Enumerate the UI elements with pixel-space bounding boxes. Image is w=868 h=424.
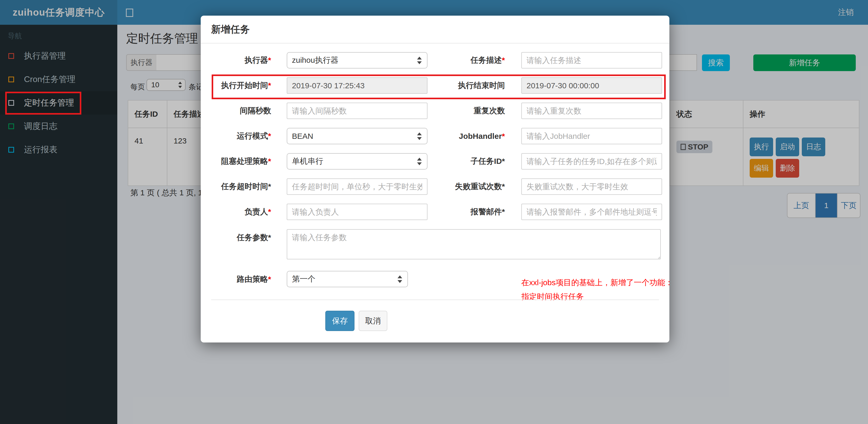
select-arrows-icon	[417, 158, 422, 165]
save-button[interactable]: 保存	[325, 311, 354, 331]
field-label-child-task-id: 子任务ID*	[428, 156, 505, 167]
route-strategy-select-value: 第一个	[292, 274, 315, 284]
feature-note-line2: 指定时间执行任务	[521, 290, 673, 304]
cancel-button[interactable]: 取消	[359, 311, 388, 331]
run-mode-select-value: BEAN	[292, 132, 313, 141]
alarm-email-input[interactable]	[521, 204, 662, 220]
field-label-task-params: 任务参数*	[211, 229, 271, 246]
modal-header-divider	[201, 43, 670, 43]
field-label-executor: 执行器*	[211, 55, 271, 66]
field-label-task-desc: 任务描述*	[428, 55, 505, 66]
field-label-task-timeout: 任务超时时间*	[211, 181, 271, 192]
field-label-repeat-count: 重复次数	[428, 105, 505, 116]
select-arrows-icon	[417, 57, 422, 64]
task-params-textarea[interactable]	[287, 229, 661, 259]
app-root: zuihou任务调度中心 注销 导航 执行器管理 Cron任务管理 定时任务管理…	[0, 0, 868, 424]
modal-title: 新增任务	[211, 15, 250, 43]
owner-input[interactable]	[287, 204, 428, 220]
run-mode-select[interactable]: BEAN	[287, 128, 428, 144]
fail-retry-count-input[interactable]	[521, 178, 662, 195]
add-task-modal: 新增任务 执行器* zuihou执行器 任务描述* 执行开始时间* 执行结	[201, 15, 670, 343]
modal-footer-divider	[211, 299, 659, 300]
child-task-id-input[interactable]	[521, 153, 662, 169]
field-label-fail-retry-count: 失败重试次数*	[428, 181, 505, 192]
field-label-jobhandler: JobHandler*	[428, 132, 505, 141]
select-arrows-icon	[398, 275, 402, 283]
field-label-owner: 负责人*	[211, 206, 271, 217]
field-label-route-strategy: 路由策略*	[211, 271, 271, 287]
route-strategy-select[interactable]: 第一个	[287, 271, 408, 287]
jobhandler-input[interactable]	[521, 128, 662, 144]
field-label-run-mode: 运行模式*	[211, 131, 271, 141]
field-label-interval-seconds: 间隔秒数	[211, 105, 271, 116]
executor-select-value: zuihou执行器	[292, 55, 338, 66]
block-strategy-select-value: 单机串行	[292, 156, 323, 167]
select-arrows-icon	[417, 132, 422, 140]
interval-seconds-input[interactable]	[287, 103, 428, 119]
task-desc-input[interactable]	[521, 52, 662, 68]
task-timeout-input[interactable]	[287, 178, 428, 195]
field-label-alarm-email: 报警邮件*	[428, 206, 505, 217]
field-label-block-strategy: 阻塞处理策略*	[211, 156, 271, 167]
annotation-box-datetime-row	[212, 74, 666, 99]
feature-note-line1: 在xxl-jobs项目的基础上，新增了一个功能：	[521, 275, 673, 290]
executor-select[interactable]: zuihou执行器	[287, 52, 428, 68]
block-strategy-select[interactable]: 单机串行	[287, 153, 428, 169]
repeat-count-input[interactable]	[521, 103, 662, 119]
annotation-box-sidebar	[5, 92, 81, 115]
